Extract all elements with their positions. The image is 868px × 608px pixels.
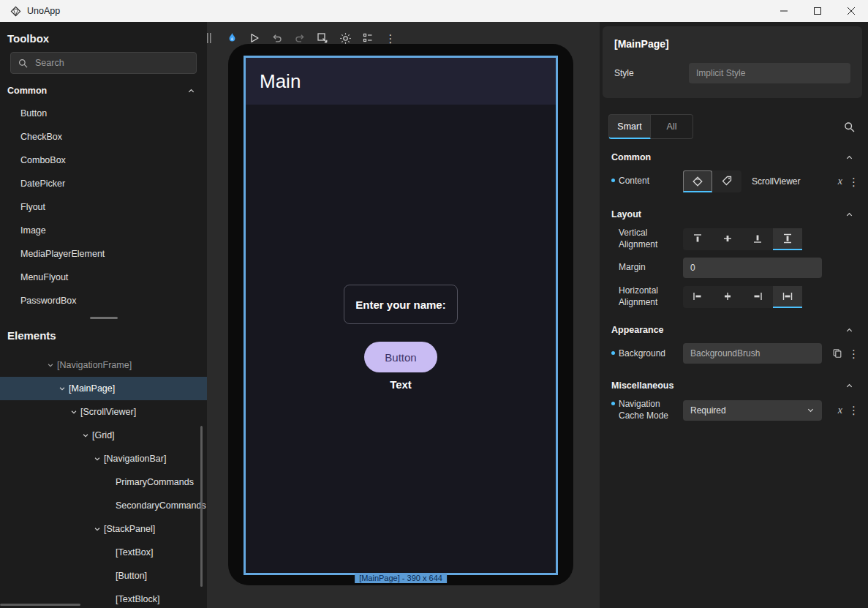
halign-left-button[interactable] — [683, 286, 712, 308]
design-stack-panel[interactable]: Enter your name: Button Text — [246, 285, 556, 391]
maximize-button[interactable] — [801, 0, 834, 22]
toolbar-drag-handle[interactable] — [200, 29, 218, 47]
design-textbox[interactable]: Enter your name: — [344, 285, 458, 324]
tree-item-label: [NavigationFrame] — [57, 360, 132, 370]
margin-label: Margin — [611, 262, 683, 274]
tag-editor-button[interactable] — [712, 170, 741, 192]
tree-item-primarycommands[interactable]: PrimaryCommands — [0, 470, 207, 494]
uno-logo-icon — [10, 6, 21, 17]
chevron-down-icon[interactable] — [79, 432, 92, 439]
background-input[interactable] — [683, 343, 822, 364]
tab-smart[interactable]: Smart — [608, 114, 651, 139]
left-panel: Toolbox Common ButtonCheckBoxComboBoxDat… — [0, 22, 207, 608]
design-button[interactable]: Button — [364, 342, 437, 372]
section-appearance-label: Appearance — [611, 325, 664, 335]
halign-stretch-button[interactable] — [773, 286, 802, 308]
tree-item-label: [NavigationBar] — [104, 454, 166, 464]
navigation-cache-mode-select[interactable]: Required — [683, 400, 822, 421]
toolbox-list: ButtonCheckBoxComboBoxDatePickerFlyoutIm… — [0, 102, 207, 312]
modified-indicator — [611, 351, 615, 355]
tree-item-label: [MainPage] — [69, 383, 115, 394]
binding-icon[interactable]: x — [838, 405, 842, 416]
toolbox-search — [10, 52, 197, 74]
selection-title: [MainPage] — [614, 38, 850, 50]
margin-input[interactable] — [683, 258, 822, 278]
hot-reload-flame-icon[interactable] — [223, 29, 241, 47]
vertical-alignment-label: Vertical Alignment — [611, 228, 683, 250]
toolbox-item-checkbox[interactable]: CheckBox — [0, 125, 207, 149]
toolbox-item-flyout[interactable]: Flyout — [0, 195, 207, 219]
tree-item-stackpanel[interactable]: [StackPanel] — [0, 517, 207, 541]
chevron-up-icon[interactable] — [845, 211, 853, 219]
chevron-down-icon[interactable] — [91, 455, 104, 462]
close-icon — [848, 7, 855, 15]
close-button[interactable] — [834, 0, 868, 22]
chevron-down-icon[interactable] — [67, 408, 80, 416]
design-textbox-label: Enter your name: — [355, 299, 445, 311]
properties-search-icon[interactable] — [844, 121, 855, 132]
toolbox-item-datepicker[interactable]: DatePicker — [0, 172, 207, 195]
tab-all[interactable]: All — [651, 114, 693, 139]
page-title: Main — [260, 70, 301, 93]
more-options-icon[interactable]: ⋮ — [848, 348, 859, 359]
tree-item-label: [Button] — [116, 571, 147, 581]
tree-item-label: [TextBlock] — [116, 594, 159, 604]
navigation-cache-mode-row: Navigation Cache Mode Required x ⋮ — [600, 395, 868, 425]
section-layout: Layout — [600, 196, 868, 224]
chevron-up-icon[interactable] — [187, 87, 195, 95]
chevron-down-icon[interactable] — [56, 385, 69, 392]
chevron-down-icon[interactable] — [44, 361, 57, 369]
valign-bottom-button[interactable] — [743, 228, 772, 250]
search-input[interactable] — [34, 57, 189, 69]
modified-indicator — [611, 402, 615, 405]
toolbox-item-menuflyout[interactable]: MenuFlyout — [0, 266, 207, 289]
tree-item-button[interactable]: [Button] — [0, 564, 207, 588]
tree-item-scrollviewer[interactable]: [ScrollViewer] — [0, 400, 207, 424]
toolbox-item-passwordbox[interactable]: PasswordBox — [0, 289, 207, 312]
resource-picker-icon[interactable] — [832, 348, 842, 359]
toolbox-title: Toolbox — [0, 22, 207, 52]
tree-item-textbox[interactable]: [TextBox] — [0, 541, 207, 564]
horizontal-scrollbar[interactable] — [0, 604, 80, 606]
minimize-icon — [780, 7, 788, 15]
chevron-up-icon[interactable] — [845, 382, 853, 390]
element-editor-button[interactable] — [683, 170, 712, 192]
vertical-alignment-group — [683, 228, 802, 250]
tree-item-grid[interactable]: [Grid] — [0, 424, 207, 447]
design-surface[interactable]: Main Enter your name: Button Text — [244, 56, 558, 575]
binding-icon[interactable]: x — [838, 176, 842, 187]
section-common-label: Common — [611, 152, 651, 162]
tree-item-mainpage[interactable]: [MainPage] — [0, 377, 207, 400]
section-miscellaneous-label: Miscellaneous — [611, 380, 673, 391]
tree-item-secondarycommands[interactable]: SecondaryCommands — [0, 494, 207, 517]
more-options-icon[interactable]: ⋮ — [848, 176, 859, 187]
tree-item-navigationframe[interactable]: [NavigationFrame] — [0, 353, 207, 377]
valign-top-button[interactable] — [683, 228, 712, 250]
section-appearance: Appearance — [600, 312, 868, 339]
valign-stretch-button[interactable] — [773, 228, 802, 250]
inspector-tabs-row: SmartAll — [608, 114, 855, 139]
chevron-down-icon[interactable] — [91, 525, 104, 533]
halign-center-button[interactable] — [713, 286, 742, 308]
style-input[interactable] — [689, 63, 850, 83]
vertical-scrollbar[interactable] — [200, 426, 203, 587]
chevron-up-icon[interactable] — [845, 154, 853, 162]
valign-center-button[interactable] — [713, 228, 742, 250]
tag-icon — [721, 175, 733, 187]
toolbox-item-button[interactable]: Button — [0, 102, 207, 125]
tree-item-navigationbar[interactable]: [NavigationBar] — [0, 447, 207, 470]
minimize-button[interactable] — [767, 0, 801, 22]
halign-right-button[interactable] — [743, 286, 772, 308]
content-label: Content — [611, 176, 683, 187]
selection-header-card: [MainPage] Style — [603, 26, 862, 98]
toolbox-item-combobox[interactable]: ComboBox — [0, 149, 207, 172]
toolbox-item-mediaplayerelement[interactable]: MediaPlayerElement — [0, 242, 207, 266]
navigation-cache-mode-value: Required — [690, 405, 726, 416]
background-row: Background ⋮ — [600, 339, 868, 367]
more-options-icon[interactable]: ⋮ — [848, 405, 859, 416]
chevron-up-icon[interactable] — [845, 326, 853, 334]
section-miscellaneous: Miscellaneous — [600, 367, 868, 395]
design-textblock[interactable]: Text — [390, 378, 412, 391]
design-navigation-bar[interactable]: Main — [246, 58, 556, 105]
toolbox-item-image[interactable]: Image — [0, 219, 207, 242]
